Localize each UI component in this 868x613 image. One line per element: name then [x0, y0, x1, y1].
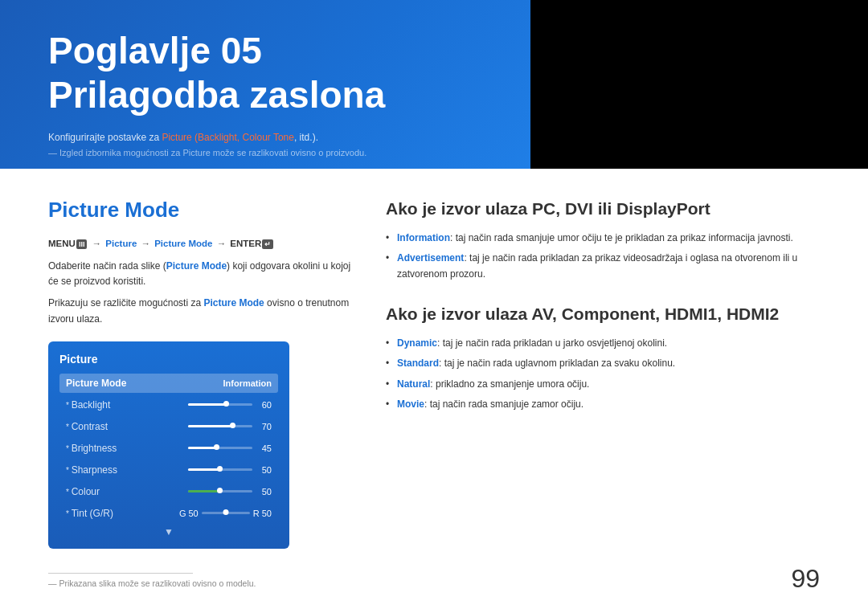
sharpness-label: Sharpness: [66, 464, 188, 476]
page-number: 99: [791, 564, 820, 594]
pc-bullet-list: Information: taj način rada smanjuje umo…: [386, 231, 820, 282]
tint-g-value: G 50: [179, 509, 199, 518]
footnote-divider: [48, 573, 193, 574]
colour-slider: 50: [188, 487, 272, 497]
subtitle-highlight: Picture (Backlight, Colour Tone: [162, 132, 294, 143]
list-item: Advertisement: taj je način rada priklad…: [386, 251, 820, 281]
list-item: Dynamic: taj je način rada prikladan u j…: [386, 336, 820, 351]
brightness-row: Brightness 45: [59, 439, 278, 458]
main-content: Picture Mode MENUIII → Picture → Picture…: [0, 169, 868, 604]
tint-slider: G 50 R 50: [179, 509, 272, 518]
colour-row: Colour 50: [59, 482, 278, 501]
tint-r-value: R 50: [253, 509, 272, 518]
backlight-slider: 60: [188, 400, 272, 410]
footnote-text: Prikazana slika može se razlikovati ovis…: [48, 578, 354, 588]
brightness-label: Brightness: [66, 443, 188, 454]
chapter-title: Prilagodba zaslona: [48, 74, 385, 116]
right-column: Ako je izvor ulaza PC, DVI ili DisplayPo…: [386, 198, 820, 588]
contrast-row: Contrast 70: [59, 417, 278, 436]
tint-row: Tint (G/R) G 50 R 50: [59, 504, 278, 523]
desc-text-2: Prikazuju se različite mogućnosti za Pic…: [48, 296, 354, 326]
desc-text-1: Odaberite način rada slike (Picture Mode…: [48, 259, 354, 289]
sharpness-slider: 50: [188, 465, 272, 475]
backlight-label: Backlight: [66, 399, 188, 411]
subtitle-suffix: , itd.).: [294, 132, 318, 143]
picture-mode-row: Picture Mode Information: [59, 374, 278, 393]
picture-mode-label: Picture Mode: [66, 378, 223, 389]
header-note: Izgled izbornika mogućnosti za Picture m…: [48, 148, 820, 157]
list-item: Natural: prikladno za smanjenje umora oč…: [386, 377, 820, 392]
colour-label: Colour: [66, 486, 188, 497]
av-bullet-list: Dynamic: taj je način rada prikladan u j…: [386, 336, 820, 412]
contrast-label: Contrast: [66, 421, 188, 432]
menu-icon: III: [76, 239, 88, 249]
tint-label: Tint (G/R): [66, 508, 113, 519]
header-section: Poglavlje 05 Prilagodba zaslona Konfigur…: [0, 0, 868, 169]
picture-ui-mockup: Picture Picture Mode Information Backlig…: [48, 341, 289, 549]
picture-mode-value: Information: [223, 378, 272, 388]
chapter-heading: Poglavlje 05 Prilagodba zaslona: [48, 29, 820, 117]
pc-section-title: Ako je izvor ulaza PC, DVI ili DisplayPo…: [386, 198, 820, 219]
backlight-row: Backlight 60: [59, 395, 278, 415]
left-column: Picture Mode MENUIII → Picture → Picture…: [48, 198, 354, 588]
pc-section: Ako je izvor ulaza PC, DVI ili DisplayPo…: [386, 198, 820, 282]
subtitle-prefix: Konfigurirajte postavke za: [48, 132, 162, 143]
list-item: Standard: taj je način rada uglavnom pri…: [386, 356, 820, 371]
list-item: Movie: taj način rada smanjuje zamor oči…: [386, 397, 820, 412]
av-section: Ako je izvor ulaza AV, Component, HDMI1,…: [386, 303, 820, 412]
contrast-slider: 70: [188, 422, 272, 431]
header-subtitle: Konfigurirajte postavke za Picture (Back…: [48, 132, 820, 143]
chapter-label: Poglavlje 05: [48, 30, 262, 72]
brightness-slider: 45: [188, 443, 272, 453]
picture-mode-title: Picture Mode: [48, 198, 354, 223]
header-content: Poglavlje 05 Prilagodba zaslona Konfigur…: [0, 0, 868, 169]
sharpness-row: Sharpness 50: [59, 460, 278, 480]
enter-icon: ↵: [262, 239, 273, 249]
av-section-title: Ako je izvor ulaza AV, Component, HDMI1,…: [386, 303, 820, 325]
list-item: Information: taj način rada smanjuje umo…: [386, 231, 820, 246]
menu-path: MENUIII → Picture → Picture Mode → ENTER…: [48, 239, 354, 249]
picture-ui-title: Picture: [59, 353, 278, 366]
scroll-down-icon: ▼: [59, 526, 278, 537]
